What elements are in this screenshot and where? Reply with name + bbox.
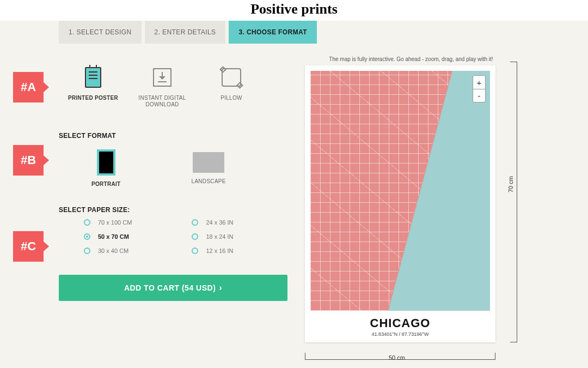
add-to-cart-label: ADD TO CART (54 USD) [124, 283, 216, 292]
product-digital-download[interactable]: INSTANT DIGITAL DOWNLOAD [128, 63, 197, 108]
select-format-title: SELECT FORMAT [59, 132, 287, 140]
radio-icon [192, 248, 198, 254]
pillow-icon [222, 68, 241, 87]
map-canvas[interactable]: + - [310, 71, 490, 311]
dimension-width-label: 50 cm [389, 354, 405, 361]
zoom-in-button[interactable]: + [473, 76, 485, 89]
add-to-cart-button[interactable]: ADD TO CART (54 USD) › [59, 275, 287, 301]
size-option[interactable]: 50 x 70 CM [84, 233, 132, 240]
product-printed-poster[interactable]: PRINTED POSTER [59, 63, 127, 108]
map-hint-text: The map is fully interactive. Go ahead -… [305, 56, 517, 62]
radio-icon [84, 233, 90, 240]
product-pillow[interactable]: PILLOW [197, 63, 266, 108]
zoom-controls: + - [473, 75, 486, 102]
format-label: PORTRAIT [91, 181, 121, 188]
size-label: 30 x 40 CM [98, 248, 128, 254]
size-option[interactable]: 12 x 16 IN [192, 248, 233, 254]
poster-icon [85, 67, 101, 88]
size-option[interactable]: 24 x 36 IN [192, 219, 233, 226]
format-landscape[interactable]: LANDSCAPE [192, 149, 226, 188]
landscape-icon [193, 152, 224, 173]
dimension-height-label: 70 cm [507, 176, 514, 192]
product-label: PRINTED POSTER [59, 95, 127, 101]
size-option[interactable]: 18 x 24 IN [192, 233, 233, 240]
chevron-right-icon: › [219, 283, 222, 293]
size-label: 50 x 70 CM [98, 233, 129, 240]
map-streets-overlay [310, 71, 490, 311]
product-label: PILLOW [197, 95, 266, 101]
format-label: LANDSCAPE [192, 178, 226, 185]
size-label: 18 x 24 IN [206, 233, 233, 240]
download-icon [153, 68, 171, 87]
poster-coordinates: 41.83401°N / 87.73196°W [310, 331, 490, 337]
annotation-c: #C [13, 231, 44, 262]
format-portrait[interactable]: PORTRAIT [91, 149, 121, 188]
size-label: 12 x 16 IN [206, 248, 233, 254]
radio-icon [84, 219, 90, 226]
radio-icon [192, 233, 198, 240]
brand-logo: Positive prints [250, 1, 338, 17]
radio-icon [84, 248, 90, 254]
poster-preview: + - CHICAGO 41.83401°N / 87.73196°W [305, 65, 495, 342]
poster-title: CHICAGO [310, 316, 490, 330]
tab-select-design[interactable]: 1. SELECT DESIGN [59, 21, 142, 44]
annotation-b: #B [13, 145, 44, 176]
annotation-a: #A [13, 72, 44, 102]
size-label: 70 x 100 CM [98, 219, 132, 226]
product-label: INSTANT DIGITAL DOWNLOAD [128, 95, 197, 108]
tab-enter-details[interactable]: 2. ENTER DETAILS [145, 21, 226, 44]
size-label: 24 x 36 IN [206, 219, 233, 226]
size-option[interactable]: 70 x 100 CM [84, 219, 132, 226]
size-option[interactable]: 30 x 40 CM [84, 248, 132, 254]
dimension-line-vertical [502, 62, 517, 342]
tab-choose-format[interactable]: 3. CHOOSE FORMAT [229, 21, 317, 44]
select-paper-size-title: SELECT PAPER SIZE: [59, 206, 287, 214]
portrait-icon [97, 149, 115, 176]
step-tabs: 1. SELECT DESIGN 2. ENTER DETAILS 3. CHO… [0, 21, 588, 44]
radio-icon [192, 219, 198, 226]
zoom-out-button[interactable]: - [473, 89, 485, 102]
